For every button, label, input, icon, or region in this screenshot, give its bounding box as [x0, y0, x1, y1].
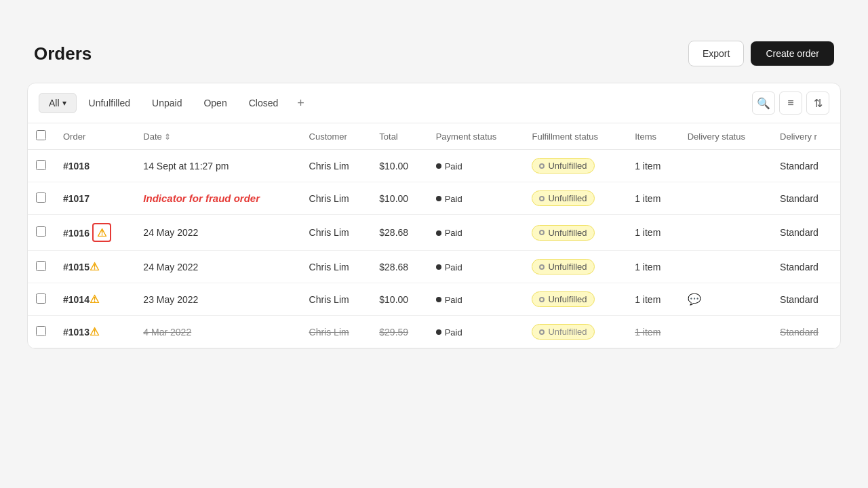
table-header-row: Order Date ⇕ Customer Total Payment stat… — [28, 123, 840, 150]
order-total: $10.00 — [371, 283, 427, 316]
unfulfilled-circle — [539, 230, 545, 235]
row-checkbox[interactable] — [36, 160, 46, 170]
table-row[interactable]: #1016 ⚠24 May 2022Chris Lim$28.68PaidUnf… — [28, 215, 840, 251]
payment-status: Paid — [428, 150, 524, 182]
delivery-type-text: Standard — [780, 327, 818, 338]
row-checkbox-cell — [28, 283, 55, 316]
order-number[interactable]: #1015 ⚠ — [55, 251, 135, 283]
unfulfilled-circle — [539, 297, 545, 302]
tab-closed[interactable]: Closed — [239, 94, 288, 113]
tab-unpaid[interactable]: Unpaid — [142, 94, 191, 113]
col-total: Total — [371, 123, 427, 150]
customer-name: Chris Lim — [309, 327, 349, 338]
order-total: $28.68 — [371, 215, 427, 251]
col-items: Items — [627, 123, 679, 150]
export-button[interactable]: Export — [688, 41, 744, 66]
total-value: $29.59 — [379, 327, 408, 338]
delivery-type: Standard — [772, 150, 840, 182]
row-checkbox[interactable] — [36, 293, 46, 304]
table-row[interactable]: #1013 ⚠4 Mar 2022Chris Lim$29.59PaidUnfu… — [28, 316, 840, 348]
table-row[interactable]: #1014 ⚠23 May 2022Chris Lim$10.00PaidUnf… — [28, 283, 840, 316]
unfulfilled-badge: Unfulfilled — [532, 190, 594, 206]
order-number[interactable]: #1016 ⚠ — [55, 215, 135, 251]
icons-cell: 💬 — [688, 293, 764, 306]
fraud-warning-icon: ⚠ — [90, 260, 99, 273]
paid-badge: Paid — [436, 228, 462, 238]
fraud-warning-icon: ⚠ — [90, 293, 99, 306]
unfulfilled-badge: Unfulfilled — [532, 158, 594, 174]
paid-badge: Paid — [436, 327, 462, 338]
order-customer[interactable]: Chris Lim — [301, 251, 372, 283]
row-checkbox-cell — [28, 215, 55, 251]
col-order: Order — [55, 123, 135, 150]
col-checkbox — [28, 123, 55, 150]
order-customer[interactable]: Chris Lim — [301, 182, 372, 215]
row-checkbox[interactable] — [36, 261, 46, 271]
create-order-button[interactable]: Create order — [751, 41, 834, 66]
table-row[interactable]: #1015 ⚠24 May 2022Chris Lim$28.68PaidUnf… — [28, 251, 840, 283]
order-total: $28.68 — [371, 251, 427, 283]
page-container: Orders Export Create order All ▾ Unfulfi… — [14, 14, 854, 488]
orders-table: Order Date ⇕ Customer Total Payment stat… — [28, 123, 840, 348]
page-header: Orders Export Create order — [27, 41, 841, 66]
chevron-down-icon: ▾ — [62, 98, 66, 108]
table-row[interactable]: #1017Indicator for fraud orderChris Lim$… — [28, 182, 840, 215]
row-checkbox[interactable] — [36, 226, 46, 237]
order-customer[interactable]: Chris Lim — [301, 150, 372, 182]
tab-open[interactable]: Open — [194, 94, 236, 113]
paid-badge: Paid — [436, 262, 462, 272]
order-number[interactable]: #1014 ⚠ — [55, 283, 135, 316]
order-number[interactable]: #1018 — [55, 150, 135, 182]
header-actions: Export Create order — [688, 41, 834, 66]
tabs-left: All ▾ Unfulfilled Unpaid Open Closed + — [39, 92, 311, 115]
orders-card: All ▾ Unfulfilled Unpaid Open Closed + — [27, 83, 841, 349]
row-checkbox[interactable] — [36, 192, 46, 203]
order-number[interactable]: #1017 — [55, 182, 135, 215]
order-customer[interactable]: Chris Lim — [301, 316, 372, 348]
row-checkbox-cell — [28, 150, 55, 182]
search-icon: 🔍 — [757, 97, 770, 110]
paid-badge: Paid — [436, 161, 462, 171]
select-all-checkbox[interactable] — [36, 130, 46, 140]
order-date: 24 May 2022 — [135, 251, 300, 283]
unfulfilled-circle — [539, 196, 545, 201]
payment-status: Paid — [428, 215, 524, 251]
delivery-type: Standard — [772, 182, 840, 215]
delivery-type: Standard — [772, 283, 840, 316]
delivery-status — [679, 215, 772, 251]
sort-button[interactable]: ⇅ — [806, 92, 829, 115]
search-button[interactable]: 🔍 — [752, 92, 775, 115]
payment-status: Paid — [428, 283, 524, 316]
sort-icon: ⇅ — [814, 97, 823, 110]
tab-all[interactable]: All ▾ — [39, 93, 77, 113]
tabs-right: 🔍 ≡ ⇅ — [752, 92, 829, 115]
unfulfilled-circle — [539, 329, 545, 335]
col-delivery-r: Delivery r — [772, 123, 840, 150]
unfulfilled-badge: Unfulfilled — [532, 225, 594, 241]
unfulfilled-circle — [539, 264, 545, 270]
order-items: 1 item — [627, 150, 679, 182]
filter-button[interactable]: ≡ — [779, 92, 802, 115]
order-items: 1 item — [627, 182, 679, 215]
tab-unfulfilled[interactable]: Unfulfilled — [79, 94, 140, 113]
order-number[interactable]: #1013 ⚠ — [55, 316, 135, 348]
row-checkbox[interactable] — [36, 326, 46, 336]
order-items: 1 item — [627, 316, 679, 348]
table-row[interactable]: #101814 Sept at 11:27 pmChris Lim$10.00P… — [28, 150, 840, 182]
tab-add-button[interactable]: + — [290, 92, 311, 115]
col-fulfillment-status: Fulfillment status — [524, 123, 627, 150]
paid-badge: Paid — [436, 194, 462, 204]
order-date: 14 Sept at 11:27 pm — [135, 150, 300, 182]
order-customer[interactable]: Chris Lim — [301, 215, 372, 251]
delivery-type: Standard — [772, 316, 840, 348]
payment-status: Paid — [428, 251, 524, 283]
paid-dot — [436, 264, 441, 270]
delivery-type: Standard — [772, 215, 840, 251]
order-items: 1 item — [627, 215, 679, 251]
order-total: $10.00 — [371, 182, 427, 215]
order-customer[interactable]: Chris Lim — [301, 283, 372, 316]
payment-status: Paid — [428, 316, 524, 348]
paid-dot — [436, 297, 441, 302]
delivery-status — [679, 182, 772, 215]
col-date[interactable]: Date ⇕ — [135, 123, 300, 150]
